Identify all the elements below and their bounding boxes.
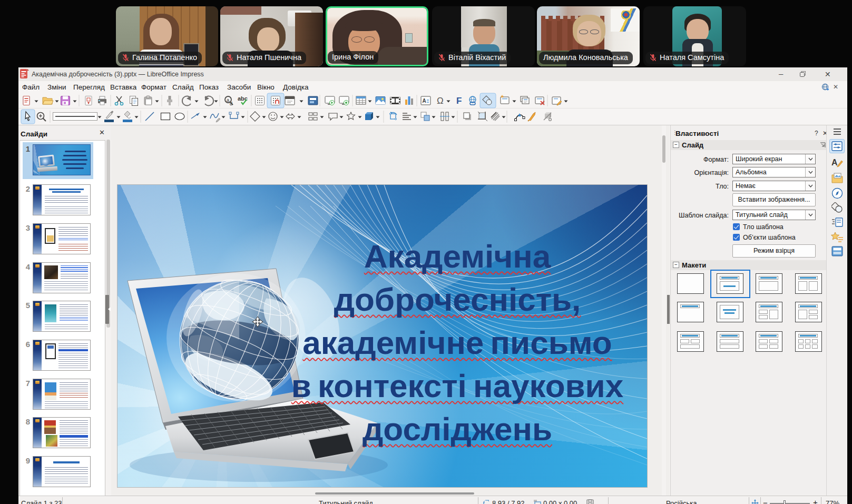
svg-text:A: A [423, 98, 426, 104]
svg-text:Ω: Ω [437, 96, 444, 106]
svg-text:d: d [230, 101, 232, 106]
svg-text:a: a [227, 97, 229, 103]
svg-text:F: F [456, 96, 462, 106]
svg-text:A: A [831, 158, 838, 167]
